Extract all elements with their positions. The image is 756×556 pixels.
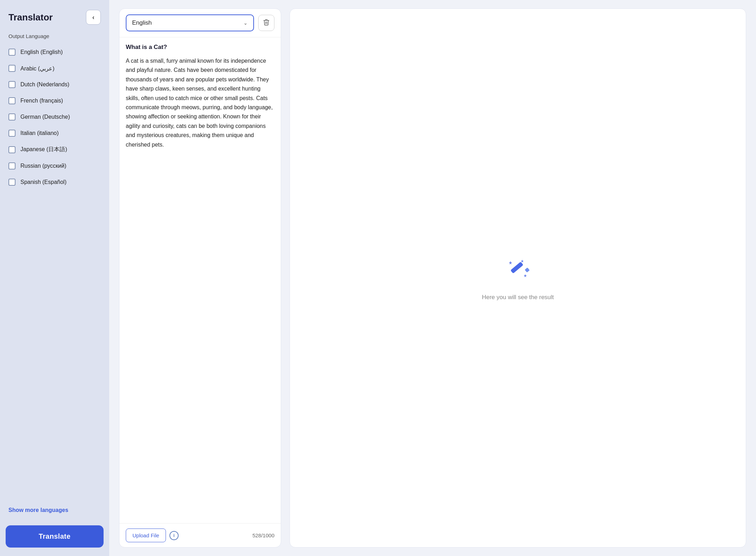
input-text-area: What is a Cat? A cat is a small, furry a… [119, 37, 281, 523]
language-checkbox-spanish[interactable] [8, 179, 16, 186]
sidebar-footer: Translate [0, 518, 109, 556]
language-checkbox-italian[interactable] [8, 130, 16, 137]
trash-icon [263, 19, 270, 27]
language-name-russian: Russian (русский) [20, 163, 66, 169]
output-language-label: Output Language [0, 30, 109, 44]
language-item-spanish[interactable]: Spanish (Español) [4, 174, 105, 190]
input-panel-footer: Upload File i 528/1000 [119, 523, 281, 547]
collapse-icon: ‹ [92, 14, 94, 21]
svg-marker-1 [521, 260, 524, 262]
input-body: A cat is a small, furry animal known for… [126, 56, 274, 197]
language-dropdown[interactable]: English ⌄ [126, 14, 254, 31]
language-name-german: German (Deutsche) [20, 114, 70, 120]
language-checkbox-russian[interactable] [8, 162, 16, 169]
selected-language: English [132, 19, 152, 26]
language-name-italian: Italian (italiano) [20, 130, 59, 136]
language-name-french: French (français) [20, 98, 63, 104]
language-checkbox-french[interactable] [8, 97, 16, 104]
result-panel: Here you will see the result [290, 8, 746, 548]
main-content: English ⌄ What is a Cat? A cat is a smal… [109, 0, 756, 556]
language-checkbox-english[interactable] [8, 49, 16, 56]
language-item-french[interactable]: French (français) [4, 93, 105, 109]
svg-marker-0 [509, 261, 512, 265]
language-name-japanese: Japanese (日本語) [20, 146, 67, 153]
language-item-russian[interactable]: Russian (русский) [4, 158, 105, 174]
svg-marker-2 [524, 274, 527, 277]
language-item-japanese[interactable]: Japanese (日本語) [4, 141, 105, 158]
sidebar-header: Translator ‹ [0, 0, 109, 30]
info-icon[interactable]: i [169, 531, 179, 540]
language-checkbox-arabic[interactable] [8, 65, 16, 72]
char-count: 528/1000 [252, 532, 274, 538]
collapse-button[interactable]: ‹ [86, 10, 101, 25]
language-item-arabic[interactable]: Arabic (عربي) [4, 60, 105, 76]
svg-rect-3 [510, 262, 523, 274]
svg-rect-4 [525, 267, 529, 272]
input-panel: English ⌄ What is a Cat? A cat is a smal… [119, 8, 281, 548]
language-list: English (English)Arabic (عربي)Dutch (Ned… [0, 44, 109, 502]
language-item-italian[interactable]: Italian (italiano) [4, 125, 105, 141]
language-checkbox-dutch[interactable] [8, 81, 16, 88]
show-more-languages-button[interactable]: Show more languages [0, 502, 109, 518]
delete-button[interactable] [258, 15, 274, 31]
language-checkbox-japanese[interactable] [8, 146, 16, 153]
input-panel-header: English ⌄ [119, 9, 281, 37]
language-name-arabic: Arabic (عربي) [20, 65, 54, 72]
language-name-dutch: Dutch (Nederlands) [20, 81, 69, 88]
info-symbol: i [173, 533, 175, 538]
sidebar-title: Translator [8, 12, 53, 23]
result-icon [502, 255, 534, 287]
result-placeholder-text: Here you will see the result [482, 294, 554, 301]
language-checkbox-german[interactable] [8, 113, 16, 121]
sidebar: Translator ‹ Output Language English (En… [0, 0, 109, 556]
language-name-english: English (English) [20, 49, 63, 55]
language-name-spanish: Spanish (Español) [20, 179, 67, 185]
language-item-dutch[interactable]: Dutch (Nederlands) [4, 76, 105, 93]
upload-file-button[interactable]: Upload File [126, 529, 166, 542]
translate-button[interactable]: Translate [6, 525, 104, 548]
language-item-german[interactable]: German (Deutsche) [4, 109, 105, 125]
language-item-english[interactable]: English (English) [4, 44, 105, 60]
chevron-down-icon: ⌄ [243, 20, 248, 26]
input-title: What is a Cat? [126, 44, 274, 51]
